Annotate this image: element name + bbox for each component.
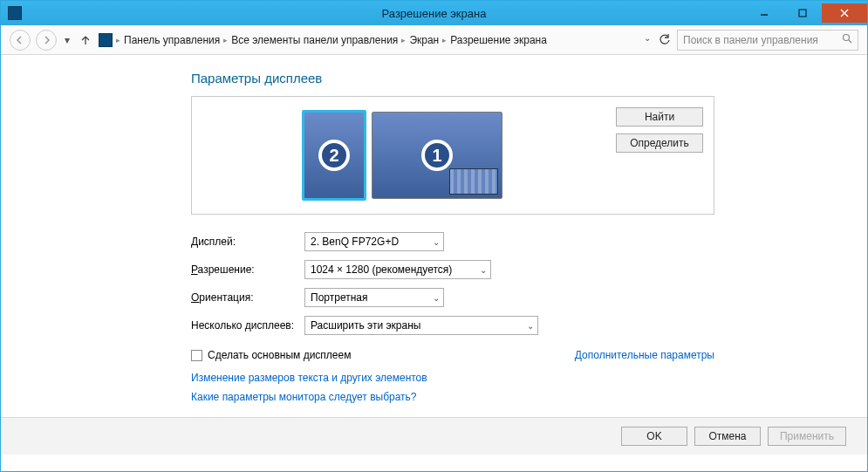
multi-display-value: Расширить эти экраны — [311, 319, 420, 332]
forward-button[interactable] — [36, 30, 57, 51]
monitor-2[interactable]: 2 — [302, 110, 366, 201]
display-row: Дисплей: 2. BenQ FP72G+D ⌄ — [191, 232, 714, 251]
app-icon — [8, 6, 22, 20]
breadcrumb-item[interactable]: Разрешение экрана — [450, 34, 547, 46]
back-button[interactable] — [10, 30, 31, 51]
text-size-link[interactable]: Изменение размеров текста и других элеме… — [191, 372, 714, 384]
links: Изменение размеров текста и других элеме… — [191, 372, 714, 403]
monitors-area[interactable]: 2 1 — [202, 107, 602, 203]
ok-button[interactable]: OK — [621, 427, 687, 446]
multi-display-label: Несколько дисплеев: — [191, 319, 304, 332]
minimize-button[interactable] — [745, 3, 783, 23]
breadcrumb-item[interactable]: Экран — [409, 34, 439, 46]
maximize-button[interactable] — [783, 3, 822, 23]
search-icon — [842, 33, 852, 46]
identify-button[interactable]: Определить — [616, 133, 703, 153]
resolution-label: Разрешение: — [191, 263, 304, 276]
history-dropdown-icon[interactable]: ▾ — [62, 30, 72, 51]
refresh-icon[interactable] — [658, 33, 672, 47]
chevron-down-icon[interactable]: ⌄ — [644, 33, 651, 47]
monitor-1[interactable]: 1 — [372, 112, 502, 199]
breadcrumb: ▸ Панель управления ▸ Все элементы панел… — [99, 33, 672, 47]
display-value: 2. BenQ FP72G+D — [311, 236, 399, 248]
resolution-select[interactable]: 1024 × 1280 (рекомендуется) ⌄ — [304, 260, 491, 279]
toolbar: ▾ ▸ Панель управления ▸ Все элементы пан… — [1, 25, 867, 55]
resolution-row: Разрешение: 1024 × 1280 (рекомендуется) … — [191, 260, 714, 279]
chevron-right-icon: ▸ — [442, 36, 447, 44]
advanced-settings-link[interactable]: Дополнительные параметры — [575, 349, 714, 361]
window: Разрешение экрана ▾ ▸ Панель управления … — [0, 0, 868, 472]
up-button[interactable] — [78, 32, 93, 48]
chevron-down-icon: ⌄ — [433, 237, 440, 247]
footer: OK Отмена Применить — [1, 417, 867, 455]
primary-display-checkbox[interactable] — [191, 350, 202, 361]
primary-display-row: Сделать основным дисплеем Дополнительные… — [191, 349, 714, 361]
chevron-down-icon: ⌄ — [480, 265, 487, 275]
chevron-down-icon: ⌄ — [433, 293, 440, 303]
display-select[interactable]: 2. BenQ FP72G+D ⌄ — [304, 232, 444, 251]
apply-button: Применить — [768, 427, 846, 446]
page-title: Параметры дисплеев — [191, 71, 714, 86]
chevron-right-icon: ▸ — [401, 36, 406, 44]
chevron-right-icon: ▸ — [116, 36, 120, 44]
titlebar: Разрешение экрана — [1, 1, 867, 25]
preview-buttons: Найти Определить — [616, 107, 703, 203]
resolution-value: 1024 × 1280 (рекомендуется) — [311, 263, 452, 276]
content: Параметры дисплеев 2 1 Найти Определить — [1, 55, 867, 471]
svg-line-5 — [849, 40, 851, 43]
orientation-row: Ориентация: Портретная ⌄ — [191, 288, 714, 307]
breadcrumb-icon — [99, 33, 113, 47]
multi-display-row: Несколько дисплеев: Расширить эти экраны… — [191, 316, 714, 335]
search-placeholder: Поиск в панели управления — [683, 34, 818, 46]
monitor-number: 2 — [318, 140, 350, 171]
taskbar-preview — [449, 168, 498, 195]
search-input[interactable]: Поиск в панели управления — [677, 30, 858, 51]
orientation-value: Портретная — [311, 291, 367, 304]
primary-display-label: Сделать основным дисплеем — [208, 349, 351, 361]
display-preview: 2 1 Найти Определить — [191, 96, 714, 215]
svg-point-4 — [844, 35, 850, 41]
display-label: Дисплей: — [191, 236, 304, 248]
window-controls — [745, 3, 867, 23]
monitor-number: 1 — [421, 140, 453, 171]
breadcrumb-item[interactable]: Панель управления — [124, 34, 220, 46]
svg-rect-1 — [799, 10, 806, 17]
help-link[interactable]: Какие параметры монитора следует выбрать… — [191, 391, 714, 403]
multi-display-select[interactable]: Расширить эти экраны ⌄ — [304, 316, 538, 335]
orientation-label: Ориентация: — [191, 291, 304, 304]
chevron-right-icon: ▸ — [223, 36, 228, 44]
cancel-button[interactable]: Отмена — [694, 427, 761, 446]
window-title: Разрешение экрана — [382, 7, 487, 20]
orientation-select[interactable]: Портретная ⌄ — [304, 288, 444, 307]
close-button[interactable] — [822, 3, 867, 23]
chevron-down-icon: ⌄ — [527, 321, 534, 331]
breadcrumb-item[interactable]: Все элементы панели управления — [231, 34, 398, 46]
find-button[interactable]: Найти — [616, 107, 703, 127]
